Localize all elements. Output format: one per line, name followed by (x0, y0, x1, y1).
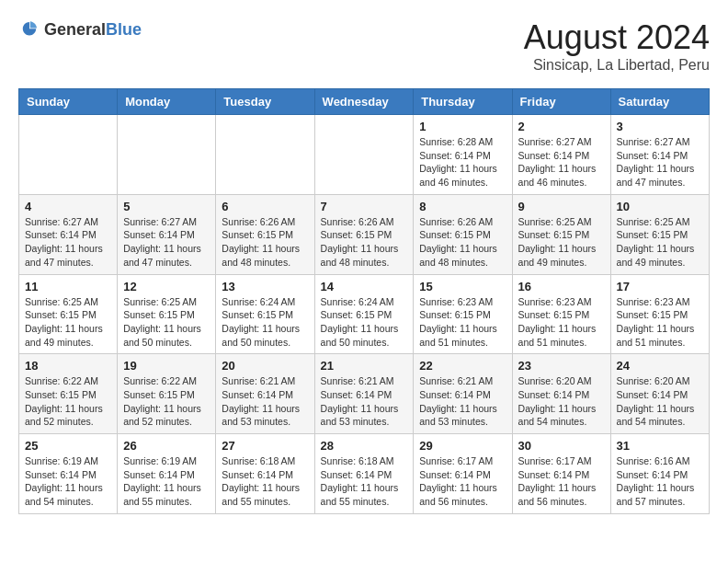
day-info: Sunrise: 6:23 AM Sunset: 6:15 PM Dayligh… (419, 295, 506, 350)
weekday-header-thursday: Thursday (414, 89, 512, 115)
day-number: 15 (419, 280, 506, 293)
week-row-2: 11Sunrise: 6:25 AM Sunset: 6:15 PM Dayli… (19, 274, 710, 354)
week-row-1: 4Sunrise: 6:27 AM Sunset: 6:14 PM Daylig… (19, 194, 710, 274)
day-number: 21 (321, 359, 408, 373)
day-number: 19 (123, 359, 210, 373)
calendar-cell: 11Sunrise: 6:25 AM Sunset: 6:15 PM Dayli… (19, 274, 118, 354)
day-number: 18 (25, 359, 111, 373)
calendar-cell: 21Sunrise: 6:21 AM Sunset: 6:14 PM Dayli… (314, 354, 414, 434)
day-number: 20 (222, 359, 308, 373)
calendar-cell: 20Sunrise: 6:21 AM Sunset: 6:14 PM Dayli… (216, 354, 314, 434)
day-number: 2 (518, 120, 605, 133)
day-info: Sunrise: 6:18 AM Sunset: 6:14 PM Dayligh… (222, 454, 308, 509)
calendar-cell (314, 115, 414, 195)
logo: GeneralBlue (18, 18, 142, 40)
week-row-3: 18Sunrise: 6:22 AM Sunset: 6:15 PM Dayli… (19, 354, 710, 434)
logo-blue: Blue (106, 20, 142, 39)
day-info: Sunrise: 6:25 AM Sunset: 6:15 PM Dayligh… (123, 295, 210, 350)
calendar-cell: 24Sunrise: 6:20 AM Sunset: 6:14 PM Dayli… (610, 354, 709, 434)
day-info: Sunrise: 6:23 AM Sunset: 6:15 PM Dayligh… (617, 295, 703, 350)
day-number: 24 (617, 359, 703, 373)
calendar-cell (19, 115, 118, 195)
day-info: Sunrise: 6:20 AM Sunset: 6:14 PM Dayligh… (518, 374, 605, 429)
day-info: Sunrise: 6:25 AM Sunset: 6:15 PM Dayligh… (518, 215, 605, 270)
calendar-cell: 31Sunrise: 6:16 AM Sunset: 6:14 PM Dayli… (610, 434, 709, 514)
calendar-table: SundayMondayTuesdayWednesdayThursdayFrid… (18, 88, 710, 514)
day-number: 1 (419, 120, 506, 133)
day-info: Sunrise: 6:21 AM Sunset: 6:14 PM Dayligh… (222, 374, 308, 429)
day-number: 4 (25, 200, 111, 213)
day-info: Sunrise: 6:24 AM Sunset: 6:15 PM Dayligh… (321, 295, 408, 350)
calendar-cell: 13Sunrise: 6:24 AM Sunset: 6:15 PM Dayli… (216, 274, 314, 354)
weekday-header-saturday: Saturday (610, 89, 709, 115)
week-row-4: 25Sunrise: 6:19 AM Sunset: 6:14 PM Dayli… (19, 434, 710, 514)
calendar-cell: 29Sunrise: 6:17 AM Sunset: 6:14 PM Dayli… (414, 434, 512, 514)
day-number: 6 (222, 200, 308, 213)
day-info: Sunrise: 6:26 AM Sunset: 6:15 PM Dayligh… (419, 215, 506, 270)
day-number: 11 (25, 280, 111, 293)
calendar-cell: 8Sunrise: 6:26 AM Sunset: 6:15 PM Daylig… (414, 194, 512, 274)
day-info: Sunrise: 6:25 AM Sunset: 6:15 PM Dayligh… (617, 215, 703, 270)
day-info: Sunrise: 6:25 AM Sunset: 6:15 PM Dayligh… (25, 295, 111, 350)
day-number: 14 (321, 280, 408, 293)
calendar-cell: 6Sunrise: 6:26 AM Sunset: 6:15 PM Daylig… (216, 194, 314, 274)
weekday-header-row: SundayMondayTuesdayWednesdayThursdayFrid… (19, 89, 710, 115)
day-number: 25 (25, 439, 111, 453)
week-row-0: 1Sunrise: 6:28 AM Sunset: 6:14 PM Daylig… (19, 115, 710, 195)
weekday-header-wednesday: Wednesday (314, 89, 414, 115)
logo-general: General (44, 20, 106, 39)
day-info: Sunrise: 6:28 AM Sunset: 6:14 PM Dayligh… (419, 135, 506, 190)
day-info: Sunrise: 6:16 AM Sunset: 6:14 PM Dayligh… (617, 454, 703, 509)
day-number: 3 (617, 120, 703, 133)
day-info: Sunrise: 6:19 AM Sunset: 6:14 PM Dayligh… (25, 454, 111, 509)
calendar-cell: 27Sunrise: 6:18 AM Sunset: 6:14 PM Dayli… (216, 434, 314, 514)
logo-text: GeneralBlue (44, 20, 142, 40)
day-info: Sunrise: 6:27 AM Sunset: 6:14 PM Dayligh… (123, 215, 210, 270)
day-number: 5 (123, 200, 210, 213)
day-number: 29 (419, 439, 506, 453)
calendar-cell: 3Sunrise: 6:27 AM Sunset: 6:14 PM Daylig… (610, 115, 709, 195)
calendar-cell: 28Sunrise: 6:18 AM Sunset: 6:14 PM Dayli… (314, 434, 414, 514)
weekday-header-tuesday: Tuesday (216, 89, 314, 115)
day-info: Sunrise: 6:17 AM Sunset: 6:14 PM Dayligh… (419, 454, 506, 509)
weekday-header-sunday: Sunday (19, 89, 118, 115)
day-number: 13 (222, 280, 308, 293)
day-number: 16 (518, 280, 605, 293)
calendar-cell: 12Sunrise: 6:25 AM Sunset: 6:15 PM Dayli… (118, 274, 216, 354)
calendar-cell: 9Sunrise: 6:25 AM Sunset: 6:15 PM Daylig… (512, 194, 610, 274)
calendar-cell: 26Sunrise: 6:19 AM Sunset: 6:14 PM Dayli… (118, 434, 216, 514)
weekday-header-monday: Monday (118, 89, 216, 115)
calendar-cell: 30Sunrise: 6:17 AM Sunset: 6:14 PM Dayli… (512, 434, 610, 514)
day-number: 12 (123, 280, 210, 293)
calendar-cell (216, 115, 314, 195)
day-number: 28 (321, 439, 408, 453)
calendar-cell: 18Sunrise: 6:22 AM Sunset: 6:15 PM Dayli… (19, 354, 118, 434)
day-number: 17 (617, 280, 703, 293)
day-number: 26 (123, 439, 210, 453)
location: Sinsicap, La Libertad, Peru (524, 57, 710, 74)
header: GeneralBlue August 2024 Sinsicap, La Lib… (18, 18, 710, 74)
month-year: August 2024 (524, 18, 710, 57)
calendar-cell: 5Sunrise: 6:27 AM Sunset: 6:14 PM Daylig… (118, 194, 216, 274)
day-number: 23 (518, 359, 605, 373)
day-info: Sunrise: 6:24 AM Sunset: 6:15 PM Dayligh… (222, 295, 308, 350)
logo-icon (18, 18, 40, 40)
calendar-cell (118, 115, 216, 195)
calendar-cell: 15Sunrise: 6:23 AM Sunset: 6:15 PM Dayli… (414, 274, 512, 354)
day-info: Sunrise: 6:26 AM Sunset: 6:15 PM Dayligh… (222, 215, 308, 270)
calendar-cell: 1Sunrise: 6:28 AM Sunset: 6:14 PM Daylig… (414, 115, 512, 195)
calendar-cell: 19Sunrise: 6:22 AM Sunset: 6:15 PM Dayli… (118, 354, 216, 434)
calendar-cell: 2Sunrise: 6:27 AM Sunset: 6:14 PM Daylig… (512, 115, 610, 195)
day-number: 30 (518, 439, 605, 453)
day-info: Sunrise: 6:19 AM Sunset: 6:14 PM Dayligh… (123, 454, 210, 509)
day-number: 22 (419, 359, 506, 373)
day-info: Sunrise: 6:17 AM Sunset: 6:14 PM Dayligh… (518, 454, 605, 509)
title-section: August 2024 Sinsicap, La Libertad, Peru (524, 18, 710, 74)
day-number: 27 (222, 439, 308, 453)
calendar-cell: 17Sunrise: 6:23 AM Sunset: 6:15 PM Dayli… (610, 274, 709, 354)
day-number: 7 (321, 200, 408, 213)
weekday-header-friday: Friday (512, 89, 610, 115)
day-info: Sunrise: 6:21 AM Sunset: 6:14 PM Dayligh… (321, 374, 408, 429)
day-info: Sunrise: 6:18 AM Sunset: 6:14 PM Dayligh… (321, 454, 408, 509)
calendar-cell: 23Sunrise: 6:20 AM Sunset: 6:14 PM Dayli… (512, 354, 610, 434)
